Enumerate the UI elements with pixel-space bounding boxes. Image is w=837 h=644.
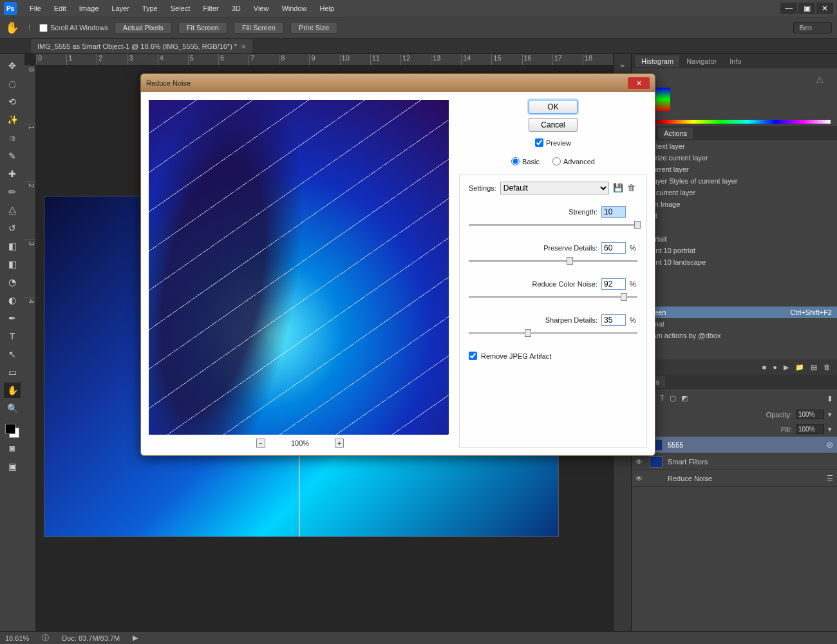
dialog-close-button[interactable]: ✕ [628,77,650,89]
action-row[interactable]: ize print 10 landscape [632,256,837,268]
visibility-icon[interactable]: 👁 [635,458,644,466]
visibility-icon[interactable]: 👁 [635,475,644,482]
action-row[interactable]: Close [632,222,837,233]
workspace-select[interactable]: Ben [793,22,832,33]
preserve-slider[interactable] [469,255,637,267]
opacity-drop-icon[interactable]: ▾ [828,410,832,419]
filter-shape-icon[interactable]: ▢ [670,394,676,402]
window-close[interactable]: ✕ [816,3,833,14]
menu-layer[interactable]: Layer [105,5,136,12]
newfolder-icon[interactable]: 📁 [795,363,804,372]
dialog-title-bar[interactable]: Reduce Noise ✕ [141,74,655,92]
play-icon[interactable]: ▶ [784,363,789,372]
hand-tool-icon2[interactable]: ✋ [4,383,21,398]
action-row[interactable]: le format [632,318,837,330]
record-icon[interactable]: ● [773,363,777,371]
action-row[interactable]: Move current layer [632,187,837,198]
menu-edit[interactable]: Edit [48,5,73,12]
document-tab[interactable]: IMG_5555 as Smart Object-1 @ 18.6% (IMG_… [31,39,252,53]
fill-screen-button[interactable]: Fill Screen [234,22,284,33]
action-row[interactable]: Flatten Image [632,198,837,210]
action-row[interactable]: stagram actions by @dbox [632,330,837,341]
tab-histogram[interactable]: Histogram [635,55,679,67]
eraser-tool-icon[interactable]: ◧ [4,238,21,254]
move-tool-icon[interactable]: ✥ [4,58,21,73]
menu-filter[interactable]: Filter [196,5,225,12]
action-row[interactable]: ize print 10 portriat [632,245,837,256]
zoom-out-button[interactable]: − [256,439,265,448]
status-info-icon[interactable]: ⓘ [42,633,49,643]
action-row[interactable]: Export [632,210,837,222]
action-row[interactable]: Make text layer [632,140,837,152]
brush-tool-icon[interactable]: ✏ [4,184,21,200]
newaction-icon[interactable]: ▤ [811,363,817,372]
sharpen-slider[interactable] [469,327,637,339]
trash-icon[interactable]: 🗑 [823,363,831,371]
colornoise-field[interactable] [601,278,626,290]
marquee-tool-icon[interactable]: ◌ [4,76,21,91]
eyedropper-tool-icon[interactable]: ✎ [4,148,21,164]
menu-help[interactable]: Help [314,5,341,12]
warning-icon[interactable]: ⚠ [816,75,824,85]
tab-actions[interactable]: Actions [658,128,693,139]
opacity-field[interactable] [796,410,824,419]
gradient-tool-icon[interactable]: ◧ [4,256,21,272]
menu-type[interactable]: Type [136,5,164,12]
adjust-icon[interactable]: ≈ [620,62,624,70]
remove-jpeg-checkbox[interactable]: Remove JPEG Artifact [469,352,637,360]
window-minimize[interactable]: — [780,3,797,14]
history-brush-tool-icon[interactable]: ↺ [4,220,21,236]
pen-tool-icon[interactable]: ✒ [4,310,21,326]
color-swatch[interactable] [5,424,19,438]
menu-view[interactable]: View [247,5,276,12]
print-size-button[interactable]: Print Size [290,22,337,33]
action-row[interactable]: Set Layer Styles of current layer [632,175,837,187]
strength-slider[interactable] [469,219,637,231]
filter-toggle-icon[interactable]: ▮ [828,394,832,402]
dodge-tool-icon[interactable]: ◐ [4,292,21,308]
filter-options-icon[interactable]: ☰ [827,474,833,482]
sharpen-field[interactable] [601,314,626,326]
shape-tool-icon[interactable]: ▭ [4,365,21,380]
filter-type-icon[interactable]: T [660,394,664,402]
action-row[interactable]: nt screenCtrl+Shift+F2 [632,307,837,318]
basic-radio[interactable]: Basic [511,157,540,166]
action-row[interactable]: ter portait [632,233,837,245]
smart-filters-row[interactable]: 👁 Smart Filters [632,453,837,470]
actual-pixels-button[interactable]: Actual Pixels [115,22,172,33]
action-row[interactable]: dit [632,272,837,283]
wand-tool-icon[interactable]: ✨ [4,112,21,128]
menu-file[interactable]: File [23,5,48,12]
tab-info[interactable]: Info [724,55,747,67]
action-row[interactable]: og [632,295,837,307]
status-arrow-icon[interactable]: ▶ [133,634,138,642]
scroll-all-windows-checkbox[interactable]: Scroll All Windows [39,24,108,32]
strength-field[interactable] [601,206,626,218]
menu-image[interactable]: Image [73,5,106,12]
settings-select[interactable]: Default [500,182,609,194]
save-settings-icon[interactable]: 💾 [613,183,623,193]
fill-field[interactable] [796,424,824,434]
menu-select[interactable]: Select [164,5,197,12]
screenmode-icon[interactable]: ▣ [4,459,21,474]
type-tool-icon[interactable]: T [4,328,21,344]
cancel-button[interactable]: Cancel [529,118,578,132]
dialog-preview-image[interactable] [149,100,449,435]
preview-checkbox[interactable]: Preview [535,138,571,147]
preserve-field[interactable] [601,242,626,254]
colornoise-slider[interactable] [469,291,637,303]
window-maximize[interactable]: ▣ [798,3,815,14]
layer-row[interactable]: 👁 5555 ◎ [632,437,837,453]
quickmask-icon[interactable]: ◙ [4,440,21,456]
advanced-radio[interactable]: Advanced [552,157,595,166]
status-zoom[interactable]: 18.61% [5,634,29,642]
close-tab-icon[interactable]: ✕ [241,43,246,50]
action-row[interactable]: Rasterize current layer [632,152,837,164]
zoom-in-button[interactable]: + [335,439,344,448]
fill-drop-icon[interactable]: ▾ [828,425,832,433]
heal-tool-icon[interactable]: ✚ [4,166,21,182]
ok-button[interactable]: OK [529,100,578,114]
stamp-tool-icon[interactable]: ⧋ [4,202,21,218]
path-select-tool-icon[interactable]: ↖ [4,346,21,362]
tab-navigator[interactable]: Navigator [681,55,722,67]
